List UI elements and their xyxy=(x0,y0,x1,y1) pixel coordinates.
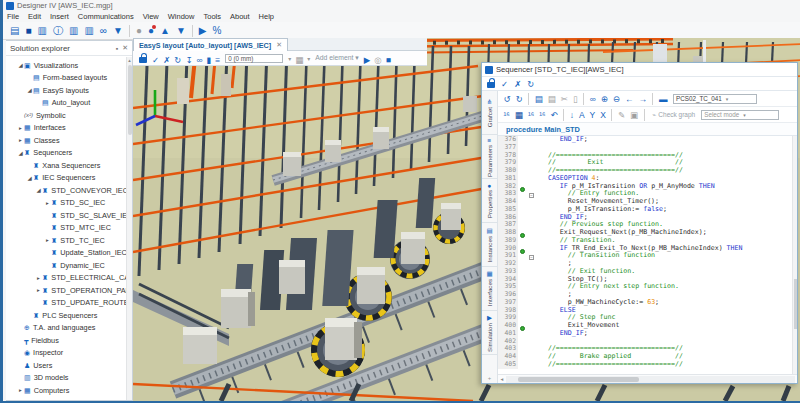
find-binoculars-icon[interactable]: ∞ xyxy=(590,94,596,104)
visibility-icon[interactable]: ◎ xyxy=(374,55,381,65)
feedback-icon[interactable]: ▼ xyxy=(176,26,186,36)
mode-dropdown[interactable]: Select mode▾ xyxy=(701,110,779,120)
menu-file[interactable]: File xyxy=(7,12,19,21)
breakpoint-gutter[interactable] xyxy=(518,314,527,322)
stop-icon[interactable]: ■ xyxy=(386,55,391,65)
tree-item-std-conveyor-iec[interactable]: ◢♜STD_CONVEYOR_IEC xyxy=(6,184,126,197)
comment-icon[interactable]: ▼ xyxy=(113,26,123,36)
edit-pen-icon[interactable]: ✎ xyxy=(618,110,625,120)
user-online-icon[interactable]: ● xyxy=(148,26,154,36)
branch-or-icon[interactable]: Y xyxy=(590,110,596,120)
shortcut-percent-icon[interactable]: % xyxy=(213,26,222,36)
tree-item-auto-layout[interactable]: ▤Auto_layout xyxy=(6,97,126,110)
side-tab-add[interactable]: + xyxy=(482,355,497,383)
breakpoint-gutter[interactable] xyxy=(518,260,527,268)
tree-item-inspector[interactable]: ◉Inspector xyxy=(6,347,126,360)
breakpoint-gutter[interactable] xyxy=(518,136,527,144)
play-icon[interactable]: ▶ xyxy=(364,55,371,65)
tree-item-computers[interactable]: ▸▦Computers xyxy=(6,384,126,397)
import-icon[interactable]: ↧ xyxy=(185,55,192,65)
panel-view2-icon[interactable]: ▥ xyxy=(84,26,93,36)
scrollbar-thumb[interactable] xyxy=(518,377,639,382)
tree-item-symbolic[interactable]: (x²)Symbolic xyxy=(6,109,126,122)
check-graph-button[interactable]: ⌁ Check graph xyxy=(653,111,696,119)
breakpoint-gutter[interactable] xyxy=(518,214,527,222)
paste-icon[interactable]: ▤ xyxy=(548,94,556,104)
info-icon[interactable]: ⓘ xyxy=(53,26,63,36)
code-horizontal-scrollbar[interactable]: ◂ xyxy=(498,374,797,383)
expander-icon[interactable]: ▸ xyxy=(44,200,51,206)
tree-item-classes[interactable]: ▸▦Classes xyxy=(6,134,126,147)
zoom-out-icon[interactable]: ⊖ xyxy=(613,94,620,104)
expander-icon[interactable]: ◢ xyxy=(17,150,24,156)
menu-tools[interactable]: Tools xyxy=(203,12,221,21)
branch-cross-icon[interactable]: X xyxy=(600,110,606,120)
run-export-icon[interactable]: ▶ xyxy=(199,26,207,36)
breakpoint-gutter[interactable] xyxy=(518,152,527,160)
tree-item-update-station-iec[interactable]: ♜Update_Station_IEC xyxy=(6,247,126,260)
jump-icon[interactable]: ↶ xyxy=(551,110,558,120)
side-tab-properties[interactable]: ●Properties xyxy=(482,179,497,223)
insert-step2-icon[interactable]: ¹⁶ xyxy=(528,110,534,120)
close-icon[interactable]: ✕ xyxy=(122,44,128,52)
comment-box-icon[interactable]: ▣ xyxy=(630,110,638,120)
pin-icon[interactable]: ▪ xyxy=(116,45,118,52)
block-dropdown[interactable]: PCS02_TC_041▾ xyxy=(673,94,757,104)
breakpoint-gutter[interactable] xyxy=(518,144,527,152)
breakpoint-gutter[interactable] xyxy=(518,268,527,276)
panel-view-icon[interactable]: ▥ xyxy=(69,26,78,36)
open-folder-icon[interactable]: ■ xyxy=(25,26,31,36)
sync-icon[interactable]: ↻ xyxy=(174,55,181,65)
settings-sync-icon[interactable]: ↻ xyxy=(527,79,534,89)
cancel-icon[interactable]: ✗ xyxy=(163,55,170,65)
tree-item-dynamic-iec[interactable]: ♜Dynamic_IEC xyxy=(6,259,126,272)
3d-viewport[interactable]: EasyS layout [Auto_layout] [AWS_IEC] ✕ ✓… xyxy=(133,38,800,401)
insert-step3-icon[interactable]: ¹⁶ xyxy=(539,110,545,120)
tree-item-form-based-layouts[interactable]: ▤Form-based layouts xyxy=(6,72,126,85)
tree-item-std-update-routes-iec[interactable]: ♜STD_UPDATE_ROUTES_IEC xyxy=(6,297,126,310)
breakpoint-gutter[interactable] xyxy=(518,229,527,237)
breakpoint-gutter[interactable] xyxy=(518,190,527,198)
menu-edit[interactable]: Edit xyxy=(28,12,41,21)
macro-step-icon[interactable]: ▦ xyxy=(515,110,523,120)
lock-icon[interactable] xyxy=(487,82,495,88)
cancel-icon[interactable]: ✗ xyxy=(514,79,521,89)
user-offline-icon[interactable]: ● xyxy=(136,26,142,36)
expander-icon[interactable]: ◢ xyxy=(17,62,24,68)
measure-dropdown-icon[interactable]: ▾ xyxy=(288,55,291,62)
tree-item-std-electrical-cabi-[interactable]: ▸♜STD_ELECTRICAL_CABI... xyxy=(6,272,126,285)
branch-and-icon[interactable]: A xyxy=(579,110,585,120)
breakpoint-gutter[interactable] xyxy=(518,330,527,338)
undo-icon[interactable]: ↺ xyxy=(504,94,511,104)
tree-item-interfaces[interactable]: ▸▦Interfaces xyxy=(6,122,126,135)
zoom-in-icon[interactable]: ⊕ xyxy=(601,94,608,104)
tree-item-plc-sequencers[interactable]: ♜PLC Sequencers xyxy=(6,309,126,322)
breakpoint-gutter[interactable] xyxy=(518,183,527,191)
delete-icon[interactable]: ▯ xyxy=(573,94,578,104)
breakpoint-gutter[interactable] xyxy=(518,198,527,206)
menu-about[interactable]: About xyxy=(230,12,250,21)
tree-item-std-operation-pane-[interactable]: ▸♜STD_OPERATION_PANE... xyxy=(6,284,126,297)
back-icon[interactable]: ← xyxy=(625,94,634,104)
warning-icon[interactable]: ▲ xyxy=(160,26,170,36)
breakpoint-gutter[interactable] xyxy=(518,167,527,175)
code-vertical-scrollbar[interactable] xyxy=(792,136,797,374)
redo-icon[interactable]: ↻ xyxy=(516,94,523,104)
tree-item-sequencers[interactable]: ◢♜Sequencers xyxy=(6,147,126,160)
expander-icon[interactable]: ▸ xyxy=(44,237,51,243)
expander-icon[interactable]: ◢ xyxy=(26,175,33,181)
menu-help[interactable]: Help xyxy=(259,12,274,21)
link-icon[interactable]: ∞ xyxy=(197,55,203,65)
tree-item-std-sc-iec[interactable]: ▸♜STD_SC_IEC xyxy=(6,197,126,210)
tree-item-t-a-and-languages[interactable]: ⊕T.A. and languages xyxy=(6,322,126,335)
breakpoint-gutter[interactable] xyxy=(518,237,527,245)
side-tab-instances[interactable]: ▤Instances xyxy=(482,223,497,267)
breakpoint-gutter[interactable] xyxy=(518,353,527,361)
breakpoint-gutter[interactable] xyxy=(518,252,527,260)
tree-item-users[interactable]: ♟Users xyxy=(6,359,126,372)
breakpoint-gutter[interactable] xyxy=(518,276,527,284)
transition-icon[interactable]: ↓ xyxy=(570,110,574,120)
code-editor[interactable]: 376 END_IF;377378 //====================… xyxy=(498,136,797,374)
tree-item-std-sc-slave-iec[interactable]: ♜STD_SC_SLAVE_IEC xyxy=(6,209,126,222)
flag-icon[interactable]: ▮ xyxy=(207,55,212,65)
